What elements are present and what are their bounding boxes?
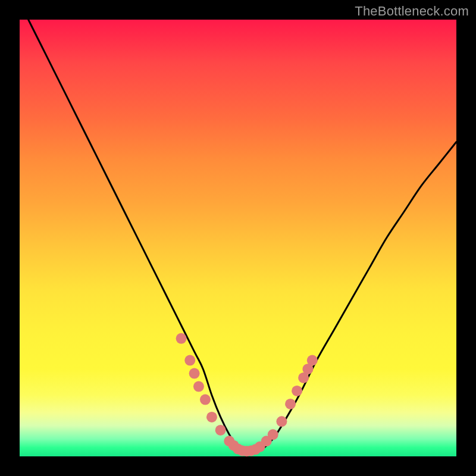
data-marker (184, 355, 195, 366)
plot-area (20, 20, 456, 456)
data-marker (268, 429, 278, 440)
marker-group (176, 333, 318, 456)
chart-frame: TheBottleneck.com (0, 0, 476, 476)
curve-svg (20, 20, 456, 456)
data-marker (285, 399, 296, 409)
bottleneck-curve (29, 20, 456, 453)
data-marker (200, 394, 211, 405)
data-marker (215, 425, 226, 436)
data-marker (276, 416, 287, 427)
data-marker (189, 368, 200, 379)
data-marker (176, 333, 187, 344)
data-marker (292, 386, 302, 396)
data-marker (307, 355, 318, 366)
data-marker (206, 412, 217, 422)
watermark-text: TheBottleneck.com (355, 4, 469, 19)
data-marker (193, 381, 204, 392)
